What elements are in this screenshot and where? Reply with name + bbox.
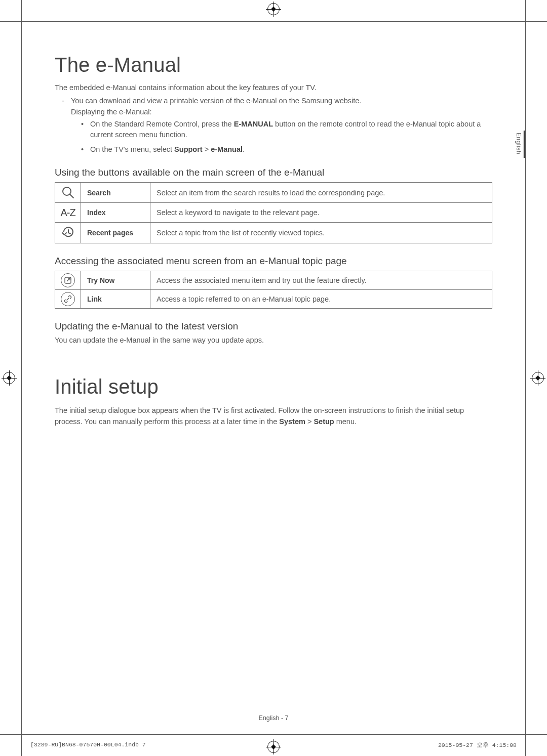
footer-timestamp: 2015-05-27 오후 4:15:08 <box>438 741 517 749</box>
subheading-associated-menu: Accessing the associated menu screen fro… <box>55 256 492 267</box>
table-row: A-Z Index Select a keyword to navigate t… <box>55 203 492 223</box>
label-search: Search <box>81 183 150 203</box>
label-index: Index <box>81 203 150 223</box>
index-icon: A-Z <box>60 205 75 220</box>
heading-emanual: The e-Manual <box>55 54 492 76</box>
download-note: You can download and view a printable ve… <box>55 97 492 105</box>
trynow-icon <box>61 273 75 287</box>
initial-setup-text: The initial setup dialogue box appears w… <box>55 405 492 428</box>
registration-mark-left <box>3 372 15 384</box>
subheading-main-buttons: Using the buttons available on the main … <box>55 167 492 178</box>
label-recent: Recent pages <box>81 223 150 243</box>
svg-line-3 <box>67 278 70 281</box>
desc-search: Select an item from the search results t… <box>150 183 492 203</box>
footer-filename: [32S9-RU]BN68-07570H-00L04.indb 7 <box>30 741 146 749</box>
table-row: Search Select an item from the search re… <box>55 183 492 203</box>
display-methods-list: On the Standard Remote Control, press th… <box>55 119 492 155</box>
bullet-remote: On the Standard Remote Control, press th… <box>81 119 492 140</box>
table-row: Recent pages Select a topic from the lis… <box>55 223 492 243</box>
label-trynow: Try Now <box>81 271 150 290</box>
desc-recent: Select a topic from the list of recently… <box>150 223 492 243</box>
bullet-menu: On the TV's menu, select Support > e-Man… <box>81 144 492 155</box>
table-row: Link Access a topic referred to on an e-… <box>55 290 492 309</box>
svg-line-1 <box>70 194 73 198</box>
update-text: You can update the e-Manual in the same … <box>55 336 492 344</box>
link-icon <box>61 292 75 306</box>
associated-menu-table: Try Now Access the associated menu item … <box>55 271 492 309</box>
desc-trynow: Access the associated menu item and try … <box>150 271 492 290</box>
displaying-label: Displaying the e-Manual: <box>55 108 492 116</box>
registration-mark-right <box>532 372 544 384</box>
table-row: Try Now Access the associated menu item … <box>55 271 492 290</box>
desc-index: Select a keyword to navigate to the rele… <box>150 203 492 223</box>
heading-initial-setup: Initial setup <box>55 375 492 398</box>
intro-text: The embedded e-Manual contains informati… <box>55 83 492 92</box>
page-content: English The e-Manual The embedded e-Manu… <box>55 51 492 726</box>
label-link: Link <box>81 290 150 309</box>
language-tab: English <box>514 131 525 158</box>
recent-icon <box>60 225 75 240</box>
main-buttons-table: Search Select an item from the search re… <box>55 182 492 243</box>
subheading-updating: Updating the e-Manual to the latest vers… <box>55 321 492 332</box>
search-icon <box>60 185 75 200</box>
page-number: English - 7 <box>0 715 547 722</box>
desc-link: Access a topic referred to on an e-Manua… <box>150 290 492 309</box>
registration-mark-top <box>267 3 280 15</box>
